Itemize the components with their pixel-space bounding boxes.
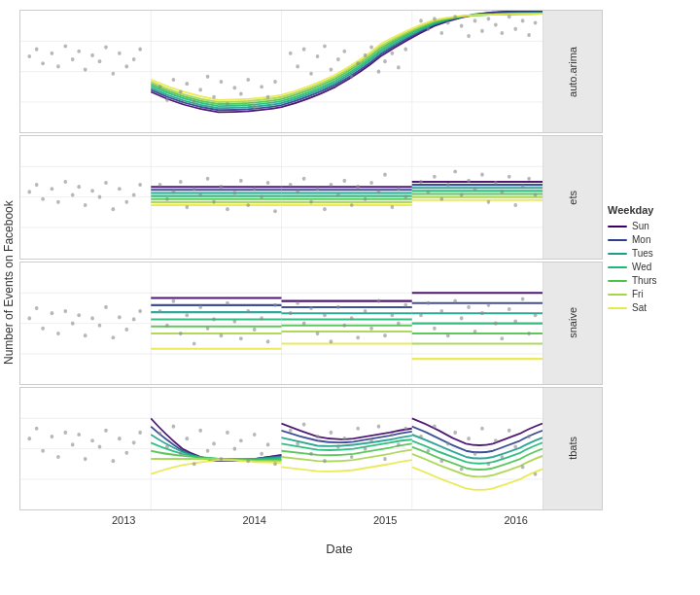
svg-point-17: [104, 45, 108, 49]
svg-point-84: [35, 183, 39, 187]
legend-label-thurs: Thurs: [632, 275, 657, 286]
svg-point-110: [179, 180, 183, 184]
svg-point-36: [246, 78, 250, 82]
svg-point-341: [480, 426, 484, 430]
svg-point-233: [309, 305, 313, 309]
svg-point-234: [316, 331, 320, 334]
svg-point-301: [192, 462, 196, 466]
svg-point-121: [253, 187, 257, 191]
legend-label-sat: Sat: [632, 302, 647, 313]
svg-point-170: [508, 175, 511, 179]
svg-point-49: [342, 50, 346, 53]
svg-point-124: [273, 209, 277, 213]
svg-point-71: [500, 31, 504, 35]
svg-point-220: [260, 316, 263, 320]
panel-snaive: snaive: [19, 262, 603, 385]
svg-point-32: [220, 80, 224, 84]
svg-point-55: [383, 59, 387, 63]
svg-point-261: [460, 316, 464, 320]
svg-point-92: [90, 190, 94, 193]
svg-point-95: [112, 207, 116, 211]
svg-point-34: [233, 86, 237, 89]
svg-point-246: [397, 321, 401, 325]
svg-point-264: [480, 311, 484, 315]
svg-point-91: [84, 203, 88, 207]
svg-point-269: [513, 319, 517, 323]
svg-point-307: [233, 446, 237, 450]
svg-point-116: [220, 185, 224, 189]
svg-point-305: [220, 457, 224, 461]
svg-point-256: [427, 300, 431, 304]
svg-point-215: [226, 300, 229, 304]
svg-point-328: [383, 457, 387, 461]
svg-point-157: [419, 180, 423, 184]
svg-point-27: [185, 82, 189, 86]
svg-point-304: [212, 441, 216, 445]
legend: Weekday Sun Mon Tues: [608, 204, 657, 316]
svg-point-268: [508, 306, 511, 310]
svg-point-216: [233, 319, 237, 323]
svg-point-330: [397, 442, 401, 446]
svg-point-346: [513, 444, 517, 448]
legend-panel: Weekday Sun Mon Tues: [603, 10, 700, 510]
svg-point-52: [364, 53, 368, 57]
svg-point-107: [158, 183, 162, 187]
svg-point-345: [508, 429, 511, 433]
panel-tbats: tbats: [19, 387, 603, 510]
svg-point-174: [534, 193, 538, 197]
svg-point-169: [500, 191, 504, 194]
svg-point-8: [41, 61, 45, 65]
svg-point-172: [521, 185, 525, 189]
svg-point-296: [158, 432, 162, 436]
svg-point-37: [253, 105, 257, 109]
svg-point-132: [289, 183, 293, 187]
svg-point-260: [453, 298, 457, 302]
svg-point-222: [273, 302, 277, 306]
svg-point-88: [63, 180, 67, 184]
svg-point-11: [63, 44, 67, 48]
svg-point-263: [473, 329, 477, 332]
svg-point-332: [419, 435, 423, 438]
svg-point-211: [198, 304, 202, 308]
svg-point-14: [84, 67, 88, 71]
svg-point-112: [192, 187, 196, 191]
svg-point-219: [253, 327, 257, 331]
svg-point-42: [296, 64, 299, 68]
svg-point-243: [377, 298, 381, 302]
legend-item-sat: Sat: [608, 302, 657, 313]
legend-item-fri: Fri: [608, 289, 657, 299]
svg-point-242: [369, 326, 373, 330]
svg-point-72: [508, 15, 511, 18]
svg-point-298: [172, 424, 176, 428]
panel-auto-arima-plot: [20, 11, 543, 132]
svg-point-205: [158, 309, 162, 313]
svg-point-186: [63, 309, 67, 313]
legend-label-wed: Wed: [632, 262, 651, 272]
svg-point-206: [165, 323, 169, 327]
legend-color-sat: [608, 307, 627, 309]
svg-point-159: [433, 175, 437, 179]
svg-point-281: [41, 448, 45, 452]
svg-point-28: [192, 100, 196, 104]
svg-point-209: [185, 313, 189, 317]
svg-point-286: [77, 433, 81, 437]
svg-point-182: [35, 305, 39, 309]
svg-point-191: [98, 323, 102, 327]
x-axis-label-text: Date: [326, 542, 352, 556]
svg-point-265: [487, 302, 491, 306]
svg-point-270: [521, 297, 525, 300]
svg-point-343: [494, 438, 498, 442]
svg-point-347: [521, 465, 525, 469]
svg-point-340: [473, 452, 477, 456]
panel-snaive-plot: [20, 262, 543, 384]
svg-point-213: [212, 317, 216, 321]
svg-point-117: [226, 207, 229, 211]
svg-point-145: [377, 191, 381, 194]
svg-point-147: [391, 205, 395, 209]
svg-point-24: [165, 98, 169, 102]
svg-point-337: [453, 431, 457, 435]
svg-point-309: [246, 459, 250, 463]
svg-point-146: [383, 173, 387, 177]
svg-point-214: [220, 333, 224, 337]
svg-point-73: [513, 27, 517, 31]
